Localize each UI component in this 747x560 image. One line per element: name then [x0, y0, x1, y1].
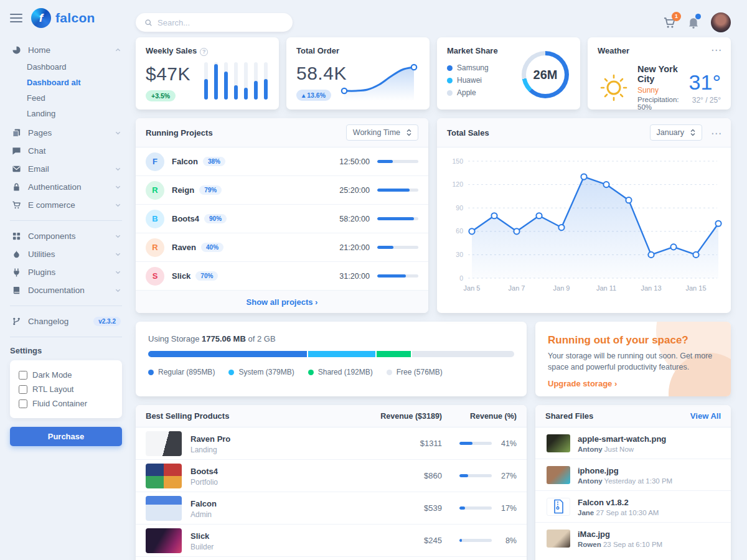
book-icon [11, 286, 22, 295]
sidebar-item-dashboard-alt[interactable]: Dashboard alt [10, 75, 122, 90]
search-input[interactable] [157, 18, 284, 27]
sidebar-item-pages[interactable]: Pages [10, 124, 122, 142]
sidebar-item-feed[interactable]: Feed [10, 90, 122, 106]
project-name-link[interactable]: Boots4 [172, 214, 199, 223]
svg-text:150: 150 [452, 157, 463, 165]
sidebar-item-dashboard[interactable]: Dashboard [10, 59, 122, 75]
weekly-sales-title: Weekly Sales? [146, 46, 269, 56]
file-name-link[interactable]: apple-smart-watch.png [578, 434, 666, 444]
product-name-link[interactable]: Falcon [190, 499, 217, 508]
sidebar-item-components[interactable]: Components [10, 227, 122, 245]
weekly-bar [234, 62, 238, 100]
shared-files-title: Shared Files [545, 411, 690, 421]
market-share-donut: 26M [522, 51, 569, 98]
month-select[interactable]: January [650, 124, 702, 141]
svg-text:Jan 5: Jan 5 [464, 284, 481, 292]
rtl-layout-toggle[interactable]: RTL Layout [19, 382, 113, 396]
product-row: SlickBuilder$2458% [136, 525, 527, 557]
plug-icon [11, 268, 22, 277]
stat-cards-row: Weekly Sales? $47K +3.5% Total Order 58.… [136, 37, 731, 110]
file-row: iMac.jpgRowen 23 Sep at 6:10 PM [535, 522, 731, 554]
chevron-down-icon [115, 184, 121, 190]
project-percent-badge: 38% [203, 157, 225, 166]
product-percent: 41% [498, 439, 517, 448]
cart-badge: 1 [672, 12, 681, 21]
notifications-button[interactable] [687, 16, 700, 29]
sidebar-item-changelog[interactable]: Changelogv2.3.2 [10, 312, 122, 330]
fluid-container-checkbox[interactable] [19, 399, 27, 408]
sidebar-item-label: Changelog [28, 317, 87, 326]
project-progress-bar [377, 274, 418, 278]
total-sales-menu-icon[interactable]: ⋯ [711, 127, 722, 140]
sidebar-item-e-commerce[interactable]: E commerce [10, 196, 122, 214]
sidebar-item-label: E commerce [28, 200, 109, 210]
upgrade-storage-link[interactable]: Upgrade storage › [548, 379, 617, 388]
sidebar-item-email[interactable]: Email [10, 160, 122, 178]
sidebar-item-label: Authentication [28, 182, 109, 192]
view-all-link[interactable]: View All [690, 411, 721, 421]
weekly-bar [254, 62, 258, 100]
project-name-link[interactable]: Falcon [172, 157, 198, 166]
product-revenue: $245 [349, 536, 442, 545]
sort-arrows-icon [406, 129, 411, 136]
product-name-link[interactable]: Raven Pro [190, 434, 230, 444]
changelog-version-badge: v2.3.2 [93, 317, 121, 326]
sidebar-item-utilities[interactable]: Utilities [10, 245, 122, 263]
total-sales-chart: 0306090120150Jan 5Jan 7Jan 9Jan 11Jan 13… [437, 147, 731, 297]
weather-menu-icon[interactable]: ⋯ [711, 44, 722, 57]
file-name-link[interactable]: Falcon v1.8.2 [578, 498, 629, 507]
file-thumbnail [547, 466, 570, 484]
product-thumbnail [146, 496, 182, 521]
dark-mode-checkbox[interactable] [19, 371, 27, 380]
avatar[interactable] [711, 12, 731, 32]
storage-segment [148, 351, 307, 357]
weekly-bar [224, 62, 228, 100]
project-name-link[interactable]: Slick [172, 271, 190, 281]
weather-title: Weather [598, 46, 721, 55]
file-meta: Jane 27 Sep at 10:30 AM [578, 509, 659, 516]
fluid-container-toggle[interactable]: Fluid Container [19, 396, 113, 411]
cart-button[interactable]: 1 [663, 16, 676, 29]
sidebar-item-documentation[interactable]: Documentation [10, 281, 122, 299]
rtl-layout-checkbox[interactable] [19, 385, 27, 394]
svg-text:90: 90 [456, 204, 463, 212]
svg-text:30: 30 [456, 251, 463, 258]
project-name-link[interactable]: Raven [172, 243, 196, 252]
working-time-select[interactable]: Working Time [346, 124, 418, 141]
project-avatar: R [146, 181, 164, 200]
svg-text:Jan 7: Jan 7 [509, 284, 525, 292]
sidebar-item-authentication[interactable]: Authentication [10, 178, 122, 196]
search-box[interactable] [136, 13, 293, 32]
product-row: Raven ProLanding$131141% [136, 427, 527, 460]
show-all-projects-link[interactable]: Show all projects › [247, 297, 318, 307]
file-meta: Antony Yesterday at 1:30 PM [578, 477, 672, 485]
purchase-button[interactable]: Purchase [10, 427, 122, 446]
file-name-link[interactable]: iphone.jpg [578, 466, 619, 475]
month-select-value: January [657, 128, 684, 137]
dark-mode-toggle[interactable]: Dark Mode [19, 368, 113, 382]
legend-label: Regular (895MB) [158, 368, 215, 376]
svg-text:Jan 9: Jan 9 [553, 284, 570, 292]
running-projects-card: Running Projects Working Time FFalcon38%… [136, 118, 428, 313]
product-row: FalconAdmin$53917% [136, 492, 527, 525]
product-row [136, 557, 527, 560]
svg-text:Jan 13: Jan 13 [641, 284, 661, 292]
main-content: 1 Weekly Sales? $47K +3.5% [133, 0, 747, 560]
help-icon[interactable]: ? [200, 48, 208, 56]
file-name-link[interactable]: iMac.jpg [578, 530, 610, 539]
hamburger-menu-icon[interactable] [10, 11, 22, 25]
product-name-link[interactable]: Boots4 [190, 467, 218, 476]
sidebar-item-landing[interactable]: Landing [10, 106, 122, 121]
product-percent: 27% [498, 472, 517, 480]
sidebar-item-chat[interactable]: Chat [10, 142, 122, 160]
sidebar-item-plugins[interactable]: Plugins [10, 263, 122, 281]
sidebar-item-home[interactable]: Home [10, 41, 122, 59]
storage-segment [412, 351, 514, 357]
legend-label: Shared (192MB) [318, 368, 373, 376]
promo-text: Your storage will be running out soon. G… [548, 350, 718, 373]
project-row: SSlick70%31:20:00 [136, 262, 428, 291]
project-name-link[interactable]: Reign [172, 185, 194, 195]
logo[interactable]: f falcon [31, 8, 95, 28]
falcon-logo-icon: f [31, 8, 51, 28]
product-name-link[interactable]: Slick [190, 531, 209, 541]
